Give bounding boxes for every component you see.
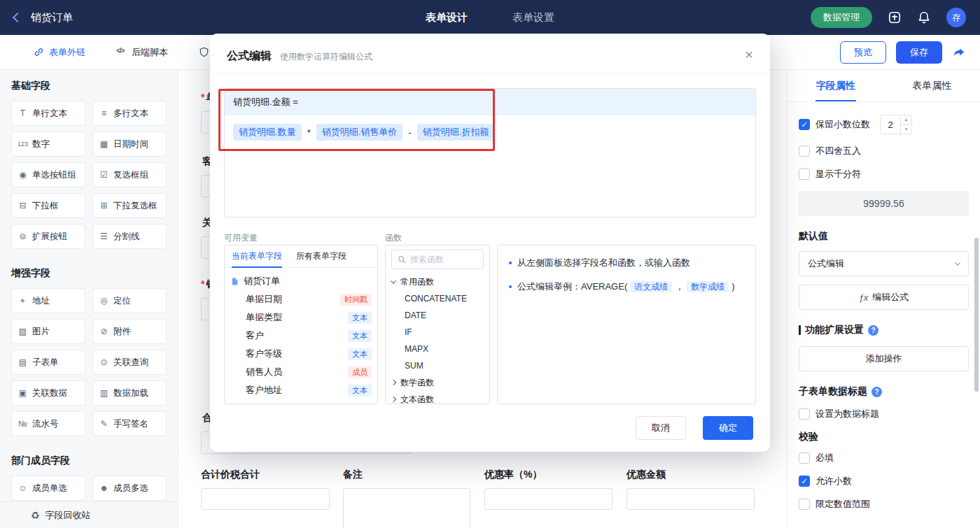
edit-formula-button[interactable]: ƒx 编辑公式 <box>799 285 969 310</box>
canvas-field-input[interactable] <box>626 488 755 510</box>
avatar[interactable]: 存 <box>946 8 966 27</box>
variable-row[interactable]: 客户文本 <box>230 327 372 345</box>
field-item-extend-button[interactable]: ⊜扩展按钮 <box>11 224 85 249</box>
field-label: 单选按钮组 <box>32 169 76 181</box>
toolbar-item-external-link[interactable]: 表单外链 <box>34 46 85 59</box>
topbar-tabs: 表单设计 表单设置 <box>426 11 554 24</box>
field-item-data-load[interactable]: ▥数据加载 <box>92 380 167 406</box>
checkbox-limit-range[interactable] <box>799 499 810 510</box>
field-label: 复选框组 <box>113 169 148 181</box>
variable-row[interactable]: 单据类型文本 <box>230 308 372 327</box>
function-item[interactable]: CONCATENATE <box>391 290 484 307</box>
field-item-datetime[interactable]: ▦日期时间 <box>92 131 167 157</box>
checkbox-keep-decimal[interactable] <box>799 119 810 130</box>
canvas-field-textarea[interactable] <box>343 488 470 528</box>
field-label: 手写签名 <box>113 418 148 430</box>
function-item[interactable]: IF <box>391 324 484 341</box>
field-item-location[interactable]: ◎定位 <box>92 288 167 313</box>
back-icon[interactable] <box>13 13 22 22</box>
function-item[interactable]: DATE <box>391 307 484 324</box>
option-set-data-title: 设置为数据标题 <box>799 408 969 420</box>
share-icon[interactable] <box>952 45 966 59</box>
stepper-up-icon[interactable] <box>901 115 911 124</box>
help-icon[interactable]: ? <box>872 387 882 397</box>
tab-form-settings[interactable]: 表单设置 <box>512 11 554 24</box>
bell-icon[interactable] <box>917 10 931 24</box>
field-item-linked-query[interactable]: ⊙关联查询 <box>92 350 167 375</box>
field-item-subform[interactable]: ▤子表单 <box>11 350 85 375</box>
field-item-radio-group[interactable]: ◉单选按钮组 <box>11 162 85 187</box>
function-item[interactable]: SUM <box>391 357 484 374</box>
field-item-attachment[interactable]: ⊘附件 <box>92 319 167 344</box>
stepper-value[interactable]: 2 <box>881 115 900 134</box>
app-window: 销货订单 表单设计 表单设置 数据管理 存 表单外链 </> 后端脚本 <box>0 0 980 528</box>
default-value-select[interactable]: 公式编辑 <box>799 251 969 276</box>
option-allow-decimal: 允许小数 <box>799 475 969 487</box>
formula-field-token[interactable]: 销货明细.数量 <box>233 124 302 141</box>
close-icon[interactable]: × <box>745 48 753 62</box>
tab-current-form-fields[interactable]: 当前表单字段 <box>225 245 289 267</box>
canvas-field-label: 优惠金额 <box>626 469 755 481</box>
field-item-member-single[interactable]: ☺成员单选 <box>11 476 85 501</box>
function-search-input[interactable] <box>410 255 477 264</box>
tree-root-sales-order[interactable]: 销货订单 <box>230 272 372 290</box>
function-group-text[interactable]: 文本函数 <box>391 391 484 404</box>
field-item-member-multi[interactable]: ☻成员多选 <box>92 476 167 501</box>
data-manage-button[interactable]: 数据管理 <box>811 7 872 28</box>
option-label: 允许小数 <box>816 475 852 487</box>
variable-row[interactable]: 客户等级文本 <box>230 345 372 363</box>
tab-form-design[interactable]: 表单设计 <box>426 11 468 24</box>
modal-subtitle: 使用数学运算符编辑公式 <box>280 51 372 63</box>
field-item-divider[interactable]: ☰分割线 <box>92 224 167 249</box>
toolbar-item-backend-script[interactable]: </> 后端脚本 <box>116 46 168 59</box>
extend-button-icon: ⊜ <box>18 231 28 241</box>
function-item[interactable]: MAPX <box>391 341 484 357</box>
variable-row[interactable]: 单据日期时间戳 <box>230 290 372 308</box>
field-item-address[interactable]: ⌖地址 <box>11 288 85 313</box>
checkbox-allow-decimal[interactable] <box>799 476 810 487</box>
field-item-single-line-text[interactable]: T单行文本 <box>11 101 85 126</box>
function-group-math[interactable]: 数学函数 <box>391 374 484 391</box>
field-item-number[interactable]: 123数字 <box>11 131 85 157</box>
section-enhanced-fields: 增强字段 ⌖地址 ◎定位 ▨图片 ⊘附件 ▤子表单 ⊙关联查询 ▣关联数据 ▥数… <box>11 267 167 436</box>
checkbox-set-data-title[interactable] <box>799 408 810 420</box>
field-item-signature[interactable]: ✎手写签名 <box>92 411 167 436</box>
function-group-common[interactable]: 常用函数 <box>391 273 484 290</box>
help-icon[interactable]: ? <box>868 325 878 336</box>
field-item-checkbox-group[interactable]: ☑复选框组 <box>92 162 167 187</box>
field-recycle-bin[interactable]: ♻ 字段回收站 <box>0 501 178 528</box>
field-label: 多行文本 <box>113 108 148 120</box>
tab-field-properties[interactable]: 字段属性 <box>788 70 884 101</box>
variable-row[interactable]: 销售人员成员 <box>230 363 372 381</box>
scrollbar-thumb[interactable] <box>974 238 979 392</box>
canvas-field-input[interactable] <box>484 488 612 510</box>
field-label: 附件 <box>113 326 131 338</box>
field-item-serial-number[interactable]: №流水号 <box>11 411 85 436</box>
tab-all-form-fields[interactable]: 所有表单字段 <box>289 245 354 267</box>
preview-button[interactable]: 预览 <box>840 41 886 64</box>
apps-icon[interactable] <box>888 10 902 24</box>
canvas-field-input[interactable] <box>201 488 330 510</box>
functions-panel: 常用函数 CONCATENATE DATE IF MAPX SUM 数学函数 文… <box>385 245 490 404</box>
tree-root-label: 销货订单 <box>244 275 280 287</box>
field-item-dropdown[interactable]: ⊟下拉框 <box>11 193 85 218</box>
checkbox-required[interactable] <box>799 452 810 464</box>
save-button[interactable]: 保存 <box>896 41 942 64</box>
formula-field-token[interactable]: 销货明细.销售单价 <box>316 124 403 141</box>
add-action-button[interactable]: 添加操作 <box>799 346 969 371</box>
field-item-multi-line-text[interactable]: ≡多行文本 <box>92 101 167 126</box>
cancel-button[interactable]: 取消 <box>636 416 686 440</box>
confirm-button[interactable]: 确定 <box>703 416 753 440</box>
member-multi-icon: ☻ <box>99 483 109 493</box>
formula-field-token[interactable]: 销货明细.折扣额 <box>417 124 495 141</box>
tab-form-properties[interactable]: 表单属性 <box>884 70 980 101</box>
formula-editor[interactable]: 销货明细.金额 = 销货明细.数量 * 销货明细.销售单价 - 销货明细.折扣额 <box>224 88 756 217</box>
checkbox-no-rounding[interactable] <box>799 145 810 157</box>
field-item-linked-data[interactable]: ▣关联数据 <box>11 380 85 406</box>
checkbox-thousand-separator[interactable] <box>799 169 810 180</box>
variable-row[interactable]: 客户地址文本 <box>230 381 372 399</box>
stepper-down-icon[interactable] <box>901 124 911 134</box>
field-item-image[interactable]: ▨图片 <box>11 319 85 344</box>
document-icon <box>230 277 239 286</box>
field-item-multi-dropdown[interactable]: ⊞下拉复选框 <box>92 193 167 218</box>
